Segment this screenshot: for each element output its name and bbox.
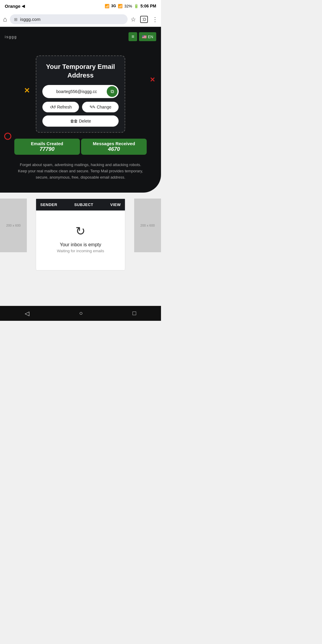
ad-right: 200 x 600 xyxy=(134,199,161,252)
deco-x-right-icon: ✕ xyxy=(150,76,155,84)
refresh-button[interactable]: ↺ ↺ Refresh xyxy=(42,102,79,112)
recents-button[interactable]: □ xyxy=(132,310,136,317)
email-card-title: Your Temporary Email Address xyxy=(42,63,119,80)
refresh-label: ↺ Refresh xyxy=(52,105,72,109)
network-type: 3G xyxy=(111,4,116,8)
copy-icon: ⧉ xyxy=(111,89,114,94)
inbox-table-header: SENDER SUBJECT VIEW xyxy=(36,199,125,210)
inbox-container: SENDER SUBJECT VIEW ↻ Your inbox is empt… xyxy=(36,199,125,270)
inbox-empty-subtitle: Waiting for incoming emails xyxy=(57,249,104,253)
devtools-icon[interactable]: :D xyxy=(140,16,148,23)
inbox-section: 200 x 600 200 x 600 SENDER SUBJECT VIEW … xyxy=(0,193,161,300)
wifi-icon: 📶 xyxy=(105,4,109,8)
home-nav-button[interactable]: ○ xyxy=(79,310,83,317)
url-icon: ⊞ xyxy=(14,17,18,22)
send-icon: ◀ xyxy=(22,4,25,8)
language-button[interactable]: 🇺🇸 EN xyxy=(139,32,156,41)
email-card: Your Temporary Email Address boarteg556@… xyxy=(36,55,125,133)
ad-left: 200 x 600 xyxy=(0,199,27,252)
col-sender: SENDER xyxy=(40,202,57,207)
carrier-name: Orange xyxy=(5,4,21,9)
url-bar[interactable]: ⊞ isggg.com xyxy=(10,14,128,24)
description-text: Forget about spam, advertising mailings,… xyxy=(0,162,161,180)
time-display: 5:06 PM xyxy=(140,4,156,8)
url-text: isggg.com xyxy=(20,17,40,22)
site-logo: isggg xyxy=(5,35,17,39)
bookmark-icon[interactable]: ☆ xyxy=(131,16,136,23)
battery-percent: 32% xyxy=(124,4,132,8)
change-label: ✎ Change xyxy=(92,105,112,109)
status-icons: 📶 3G 📶 32% 🔋 5:06 PM xyxy=(105,4,156,8)
main-hero-section: isggg ≡ 🇺🇸 EN ✕ ✕ Your Temporary Email A… xyxy=(0,27,161,193)
change-button[interactable]: ✎ ✎ Change xyxy=(82,102,119,112)
home-button[interactable]: ⌂ xyxy=(3,16,7,23)
inbox-body: ↻ Your inbox is empty Waiting for incomi… xyxy=(36,210,125,270)
more-options-icon[interactable]: ⋮ xyxy=(152,16,158,23)
col-view: VIEW xyxy=(110,202,121,207)
inbox-refresh-icon: ↻ xyxy=(75,224,86,238)
battery-icon: 🔋 xyxy=(134,4,139,8)
inbox-empty-title: Your inbox is empty xyxy=(60,242,101,247)
ad-left-size: 200 x 600 xyxy=(6,224,21,227)
messages-received-value: 4670 xyxy=(90,146,138,152)
signal-bars-icon: 📶 xyxy=(118,4,123,8)
ad-right-size: 200 x 600 xyxy=(140,224,155,227)
email-address-display: boarteg556@isggg.cc xyxy=(47,89,107,94)
email-display-row: boarteg556@isggg.cc ⧉ xyxy=(42,85,119,98)
stats-area: Emails Created 77790 Messages Received 4… xyxy=(0,137,161,156)
carrier-info: Orange ◀ xyxy=(5,4,25,9)
menu-button[interactable]: ≡ xyxy=(129,32,137,41)
browser-bar: ⌂ ⊞ isggg.com ☆ :D ⋮ xyxy=(0,12,161,27)
action-buttons-row: ↺ ↺ Refresh ✎ ✎ Change xyxy=(42,102,119,112)
top-nav: isggg ≡ 🇺🇸 EN xyxy=(0,30,161,44)
emails-created-label: Emails Created xyxy=(23,141,71,146)
browser-actions: ☆ :D ⋮ xyxy=(131,16,158,23)
emails-created-value: 77790 xyxy=(23,146,71,152)
messages-received-label: Messages Received xyxy=(90,141,138,146)
emails-created-badge: Emails Created 77790 xyxy=(14,139,80,155)
deco-circle-icon xyxy=(4,133,11,140)
status-bar: Orange ◀ 📶 3G 📶 32% 🔋 5:06 PM xyxy=(0,0,161,12)
col-subject: SUBJECT xyxy=(74,202,93,207)
delete-label: 🗑 Delete xyxy=(74,119,91,123)
android-nav-bar: ◁ ○ □ xyxy=(0,306,161,321)
nav-buttons: ≡ 🇺🇸 EN xyxy=(129,32,156,41)
messages-received-badge: Messages Received 4670 xyxy=(81,139,147,155)
copy-email-button[interactable]: ⧉ xyxy=(107,86,117,97)
deco-x-left-icon: ✕ xyxy=(24,86,30,95)
delete-button[interactable]: 🗑 🗑 Delete xyxy=(42,115,119,127)
back-button[interactable]: ◁ xyxy=(25,310,29,317)
